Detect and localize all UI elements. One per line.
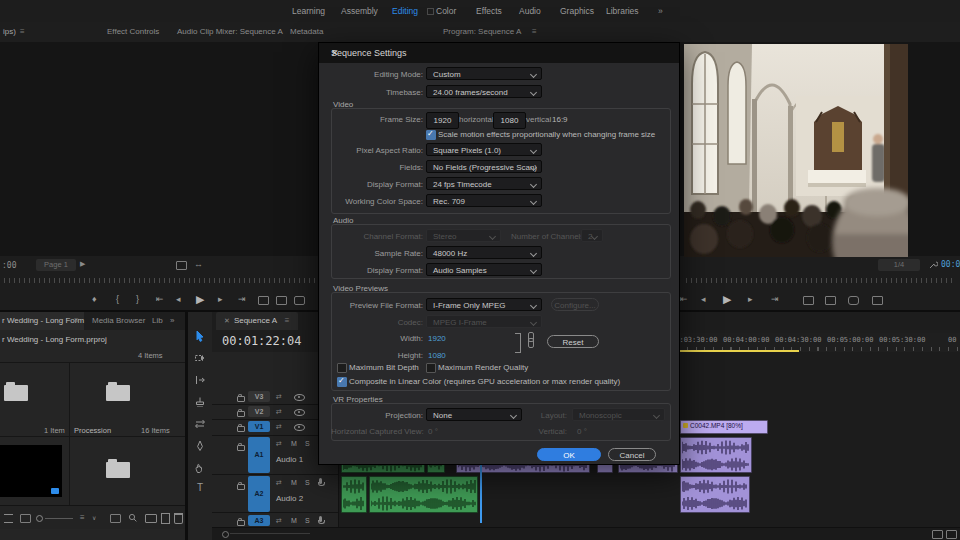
- mark-out-icon[interactable]: }: [136, 294, 139, 304]
- tab-audio[interactable]: Audio: [519, 0, 541, 22]
- mark-in-icon[interactable]: {: [116, 294, 119, 304]
- selection-tool[interactable]: [194, 328, 206, 340]
- track-name[interactable]: Audio 1: [276, 455, 303, 464]
- comparison-view-icon[interactable]: [872, 296, 883, 305]
- program-panel-menu-icon[interactable]: ≡: [532, 22, 537, 42]
- goto-next-edit-icon[interactable]: ⇥: [771, 294, 779, 304]
- track-lock-icon[interactable]: [237, 484, 245, 490]
- type-tool[interactable]: T: [194, 482, 206, 494]
- goto-in-icon[interactable]: ⇤: [156, 294, 164, 304]
- timeline-zoom-scrollbar[interactable]: [230, 533, 310, 534]
- timeline-clip-audio[interactable]: [680, 437, 752, 473]
- timeline-clip-audio[interactable]: [369, 476, 478, 513]
- delete-icon[interactable]: [174, 513, 183, 524]
- step-forward-icon[interactable]: ▸: [218, 294, 223, 304]
- toggle-track-output-icon[interactable]: [294, 409, 305, 416]
- bin-folder-icon[interactable]: [106, 462, 130, 478]
- program-mini-ruler[interactable]: [686, 278, 956, 283]
- project-file-name[interactable]: r Wedding - Long Form.prproj: [2, 335, 107, 344]
- dialog-title-bar[interactable]: Sequence Settings ✕: [319, 43, 679, 63]
- track-target-v2[interactable]: V2: [248, 406, 270, 417]
- display-mode-icon[interactable]: [176, 261, 187, 270]
- tab-graphics[interactable]: Graphics: [560, 0, 594, 22]
- tab-effects[interactable]: Effects: [476, 0, 502, 22]
- track-lock-icon[interactable]: [237, 445, 245, 451]
- zoom-level-select[interactable]: 1/4: [878, 259, 920, 271]
- timeline-zoom-out-handle[interactable]: [222, 531, 229, 538]
- mute-button[interactable]: M: [291, 440, 297, 447]
- toggle-track-output-icon[interactable]: [294, 424, 305, 431]
- export-frame-icon[interactable]: [848, 296, 859, 305]
- track-target-a3[interactable]: A3: [248, 515, 270, 526]
- hand-tool[interactable]: [194, 460, 206, 472]
- panel-menu-icon[interactable]: ≡: [20, 22, 25, 42]
- tab-effect-controls[interactable]: Effect Controls: [107, 22, 159, 42]
- pixel-aspect-ratio-select[interactable]: Square Pixels (1.0): [426, 143, 542, 156]
- sort-chevron-icon[interactable]: ∨: [92, 514, 96, 521]
- goto-out-icon[interactable]: ⇥: [238, 294, 246, 304]
- tab-learning[interactable]: Learning: [292, 0, 325, 22]
- tab-color[interactable]: Color: [436, 0, 456, 22]
- tab-audio-clip-mixer[interactable]: Audio Clip Mixer: Sequence A: [177, 22, 283, 42]
- bin-folder-icon[interactable]: [106, 385, 130, 401]
- lift-icon[interactable]: [803, 296, 814, 305]
- add-marker-icon[interactable]: ♦: [92, 294, 97, 304]
- preview-file-format-select[interactable]: I-Frame Only MPEG: [426, 298, 542, 311]
- timebase-select[interactable]: 24.00 frames/second: [426, 85, 542, 98]
- track-lock-icon[interactable]: [237, 396, 245, 402]
- sync-lock-icon[interactable]: ⇄: [276, 517, 282, 525]
- mute-button[interactable]: M: [291, 517, 297, 524]
- pen-tool[interactable]: [194, 438, 206, 450]
- tab-program[interactable]: Program: Sequence A: [443, 22, 521, 42]
- tab-media-browser[interactable]: Media Browser: [92, 311, 145, 331]
- overwrite-icon[interactable]: [276, 296, 287, 305]
- play-icon[interactable]: ▶: [196, 293, 204, 306]
- timeline-clip-audio[interactable]: [341, 476, 367, 513]
- bin-name[interactable]: Procession: [74, 426, 111, 435]
- voiceover-record-icon[interactable]: [319, 478, 322, 484]
- goto-previous-edit-icon[interactable]: ⇤: [680, 294, 688, 304]
- bin-folder-icon[interactable]: [4, 385, 28, 401]
- sequence-thumbnail[interactable]: [0, 445, 62, 497]
- sync-lock-icon[interactable]: ⇄: [276, 408, 282, 416]
- timeline-fullscreen-icon[interactable]: [946, 530, 957, 539]
- workspace-menu-icon[interactable]: [427, 8, 434, 15]
- solo-button[interactable]: S: [305, 479, 310, 486]
- ok-button[interactable]: OK: [537, 448, 601, 461]
- insert-icon[interactable]: [258, 296, 269, 305]
- solo-button[interactable]: S: [305, 517, 310, 524]
- tab-libraries[interactable]: Libraries: [606, 0, 639, 22]
- new-item-icon[interactable]: [161, 513, 170, 524]
- sync-lock-icon[interactable]: ⇄: [276, 423, 282, 431]
- timeline-clip-video[interactable]: C0042.MP4 [80%]: [680, 420, 768, 434]
- close-icon[interactable]: ✕: [331, 48, 671, 58]
- maximum-render-quality-checkbox[interactable]: [426, 363, 436, 373]
- composite-linear-checkbox[interactable]: [337, 377, 347, 387]
- page-selector[interactable]: Page 1: [36, 259, 76, 271]
- link-dimensions-icon2[interactable]: [528, 338, 534, 348]
- play-icon[interactable]: ▶: [723, 293, 731, 306]
- frame-width-field[interactable]: [426, 112, 459, 129]
- icon-view-icon[interactable]: [20, 514, 31, 523]
- track-target-a1[interactable]: A1: [248, 437, 270, 473]
- new-bin-icon[interactable]: [145, 514, 157, 523]
- zoom-out-icon[interactable]: [36, 515, 43, 522]
- ripple-edit-tool[interactable]: [194, 372, 206, 384]
- tab-overflow-icon[interactable]: »: [170, 311, 174, 331]
- solo-button[interactable]: S: [305, 440, 310, 447]
- sample-rate-select[interactable]: 48000 Hz: [426, 246, 542, 259]
- thumbnail-zoom-slider[interactable]: [45, 518, 73, 519]
- list-view-icon[interactable]: [4, 514, 13, 523]
- sync-lock-icon[interactable]: ⇄: [276, 440, 282, 448]
- tab-editing[interactable]: Editing: [392, 0, 418, 22]
- sync-lock-icon[interactable]: ⇄: [276, 393, 282, 401]
- track-target-v3[interactable]: V3: [248, 391, 270, 402]
- tab-metadata[interactable]: Metadata: [290, 22, 323, 42]
- playhead-timecode[interactable]: 00:01:22:04: [222, 334, 301, 348]
- timeline-panel-menu-icon[interactable]: ≡: [285, 316, 290, 325]
- tab-assembly[interactable]: Assembly: [341, 0, 378, 22]
- tab-project[interactable]: r Wedding - Long Form: [2, 311, 84, 331]
- project-panel-menu-icon[interactable]: ≡: [74, 311, 79, 331]
- page-next-icon[interactable]: ▶: [80, 260, 85, 268]
- step-forward-icon[interactable]: ▸: [748, 294, 753, 304]
